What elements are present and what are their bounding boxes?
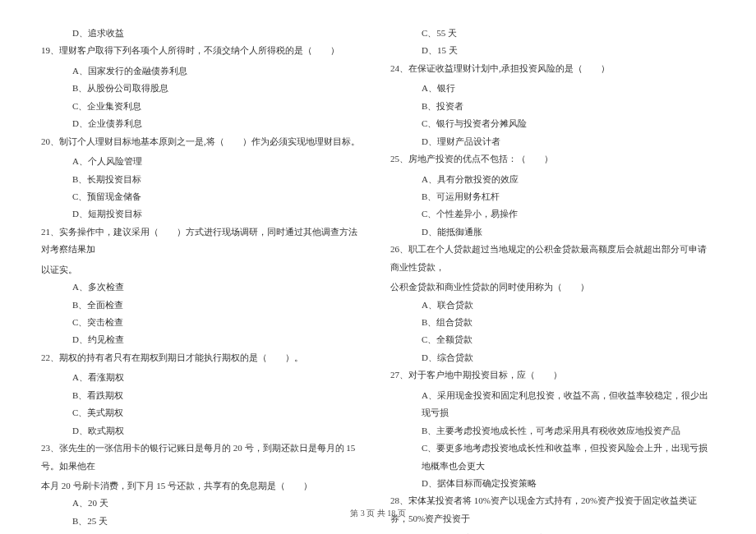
option: C、要更多地考虑投资地成长性和收益率，但投资风险会上升，出现亏损地概率也会更大 bbox=[390, 440, 715, 475]
question-20: 20、制订个人理财目标地基本原则之一是,将（ ）作为必须实现地理财目标。 bbox=[41, 133, 366, 150]
option: C、个性差异小，易操作 bbox=[390, 205, 715, 223]
left-column: D、追求收益 19、理财客户取得下列各项个人所得时，不须交纳个人所得税的是（ ）… bbox=[41, 25, 366, 534]
question-24: 24、在保证收益理财计划中,承担投资风险的是（ ） bbox=[390, 60, 715, 77]
option: A、联合贷款 bbox=[390, 297, 715, 314]
option: A、具有分散投资的效应 bbox=[390, 171, 715, 188]
option: D、15 天 bbox=[390, 42, 715, 59]
question-25: 25、房地产投资的优点不包括：（ ） bbox=[390, 150, 715, 168]
option: D、综合贷款 bbox=[390, 349, 715, 366]
question-23: 23、张先生的一张信用卡的银行记账日是每月的 20 号，到期还款日是每月的 15… bbox=[41, 440, 366, 475]
option: B、可运用财务杠杆 bbox=[390, 188, 715, 205]
option: A、银行 bbox=[390, 80, 715, 97]
question-continuation: 以证实。 bbox=[41, 261, 366, 279]
question-22: 22、期权的持有者只有在期权到期日才能执行期权的是（ ）。 bbox=[41, 349, 366, 366]
option: A、个人风险管理 bbox=[41, 153, 366, 170]
question-continuation: 公积金贷款和商业性贷款的同时使用称为（ ） bbox=[390, 279, 715, 296]
option: A、国家发行的金融债券利息 bbox=[41, 62, 366, 80]
option: D、能抵御通胀 bbox=[390, 223, 715, 241]
question-19: 19、理财客户取得下列各项个人所得时，不须交纳个人所得税的是（ ） bbox=[41, 42, 366, 59]
option: B、主要考虑投资地成长性，可考虑采用具有税收效应地投资产品 bbox=[390, 422, 715, 440]
page-footer: 第 3 页 共 18 页 bbox=[0, 508, 756, 519]
option: B、投资者 bbox=[390, 98, 715, 115]
question-21: 21、实务操作中，建议采用（ ）方式进行现场调研，同时通过其他调查方法对考察结果… bbox=[41, 223, 366, 259]
option: B、全面检查 bbox=[41, 297, 366, 314]
option: C、银行与投资者分摊风险 bbox=[390, 115, 715, 132]
option: C、55 天 bbox=[390, 25, 715, 42]
question-26: 26、职工在个人贷款超过当地规定的公积金贷款最高额度后会就超出部分可申请商业性贷… bbox=[390, 241, 715, 276]
page-content: D、追求收益 19、理财客户取得下列各项个人所得时，不须交纳个人所得税的是（ ）… bbox=[0, 0, 756, 534]
option: C、美式期权 bbox=[41, 404, 366, 421]
question-27: 27、对于客户地中期投资目标，应（ ） bbox=[390, 366, 715, 384]
option: D、短期投资目标 bbox=[41, 205, 366, 223]
option: A、多次检查 bbox=[41, 279, 366, 296]
option: D、理财产品设计者 bbox=[390, 133, 715, 150]
option: D、据体目标而确定投资策略 bbox=[390, 475, 715, 492]
option: C、全额贷款 bbox=[390, 331, 715, 348]
question-continuation: 期货，其余 20%资产投资于外汇。则该投资者属于（ ） bbox=[390, 530, 715, 534]
option: D、追求收益 bbox=[41, 25, 366, 42]
option: C、突击检查 bbox=[41, 314, 366, 331]
question-continuation: 本月 20 号刷卡消费，到下月 15 号还款，共享有的免息期是（ ） bbox=[41, 477, 366, 495]
option: C、企业集资利息 bbox=[41, 98, 366, 115]
option: D、欧式期权 bbox=[41, 422, 366, 440]
option: B、组合贷款 bbox=[390, 314, 715, 331]
option: B、从股份公司取得股息 bbox=[41, 80, 366, 97]
option: A、看涨期权 bbox=[41, 369, 366, 386]
option: B、长期投资目标 bbox=[41, 171, 366, 188]
option: B、看跌期权 bbox=[41, 387, 366, 404]
right-column: C、55 天 D、15 天 24、在保证收益理财计划中,承担投资风险的是（ ） … bbox=[390, 25, 715, 534]
option: C、预留现金储备 bbox=[41, 188, 366, 205]
option: D、企业债券利息 bbox=[41, 115, 366, 132]
option: A、采用现金投资和固定利息投资，收益不高，但收益率较稳定，很少出现亏损 bbox=[390, 387, 715, 422]
option: D、约见检查 bbox=[41, 331, 366, 348]
